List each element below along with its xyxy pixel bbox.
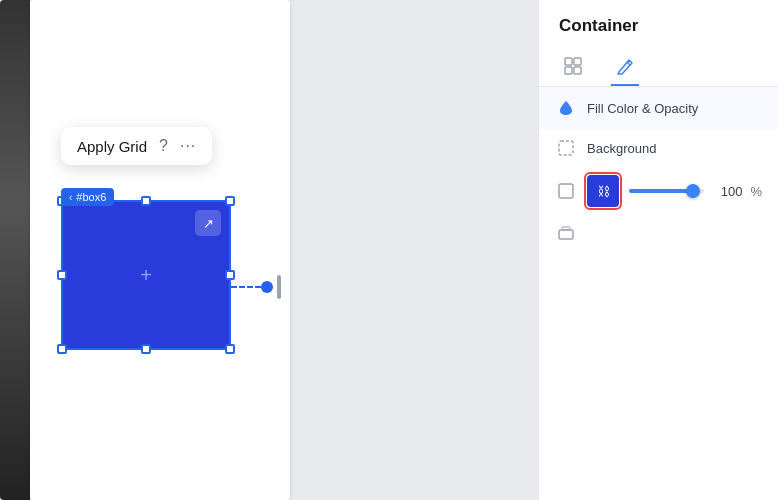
background-label: Background bbox=[587, 141, 656, 156]
connector-line bbox=[231, 275, 281, 299]
connector-dash bbox=[231, 286, 261, 288]
selected-container[interactable]: + ↗ bbox=[61, 200, 231, 350]
style-icon bbox=[615, 56, 635, 76]
fill-color-section[interactable]: Fill Color & Opacity bbox=[539, 87, 778, 129]
tab-layout[interactable] bbox=[559, 48, 587, 86]
background-icon bbox=[555, 137, 577, 159]
resize-handle-bottom-right[interactable] bbox=[225, 344, 235, 354]
svg-rect-0 bbox=[565, 58, 572, 65]
panel-title: Container bbox=[559, 16, 758, 36]
slider-thumb[interactable] bbox=[686, 184, 700, 198]
opacity-section-icon bbox=[555, 180, 577, 202]
fill-icon bbox=[555, 97, 577, 119]
color-swatch-selection-border bbox=[584, 172, 622, 210]
panel-content: Fill Color & Opacity Background bbox=[539, 87, 778, 500]
color-swatch-container[interactable]: ⛓ bbox=[587, 175, 619, 207]
resize-handle-middle-left[interactable] bbox=[57, 270, 67, 280]
resize-handle-middle-right[interactable] bbox=[225, 270, 235, 280]
tab-style[interactable] bbox=[611, 48, 639, 86]
opacity-value: 100 bbox=[712, 184, 742, 199]
breadcrumb-arrow: ‹ bbox=[69, 192, 72, 203]
connector-bar bbox=[277, 275, 281, 299]
resize-handle-bottom-left[interactable] bbox=[57, 344, 67, 354]
layers-icon bbox=[555, 223, 577, 245]
layout-icon bbox=[563, 56, 583, 76]
resize-handle-top-right[interactable] bbox=[225, 196, 235, 206]
expand-icon[interactable]: ↗ bbox=[195, 210, 221, 236]
more-options-icon[interactable]: ··· bbox=[180, 137, 196, 155]
panel-header: Container bbox=[539, 0, 778, 48]
left-edge-decoration bbox=[0, 0, 30, 500]
right-panel: Container bbox=[538, 0, 778, 500]
fill-section-label: Fill Color & Opacity bbox=[587, 101, 698, 116]
help-icon[interactable]: ? bbox=[159, 137, 168, 155]
svg-rect-7 bbox=[562, 227, 570, 230]
connector-endpoint bbox=[261, 281, 273, 293]
svg-rect-1 bbox=[574, 58, 581, 65]
apply-grid-label: Apply Grid bbox=[77, 138, 147, 155]
add-element-icon[interactable]: + bbox=[140, 264, 152, 287]
container-label-badge[interactable]: ‹ #box6 bbox=[61, 188, 114, 206]
svg-rect-2 bbox=[565, 67, 572, 74]
layers-row bbox=[539, 215, 778, 253]
svg-rect-3 bbox=[574, 67, 581, 74]
container-label-text: #box6 bbox=[76, 191, 106, 203]
opacity-percent: % bbox=[750, 184, 762, 199]
resize-handle-bottom-middle[interactable] bbox=[141, 344, 151, 354]
svg-rect-4 bbox=[559, 141, 573, 155]
apply-grid-tooltip: Apply Grid ? ··· bbox=[61, 127, 212, 165]
resize-handle-top-middle[interactable] bbox=[141, 196, 151, 206]
canvas-area: Apply Grid ? ··· ‹ #box6 + ↗ bbox=[0, 0, 538, 500]
panel-tabs bbox=[539, 48, 778, 87]
opacity-row: ⛓ 100 % bbox=[539, 167, 778, 215]
opacity-slider-container: 100 % bbox=[629, 184, 762, 199]
opacity-slider[interactable] bbox=[629, 189, 704, 193]
svg-rect-6 bbox=[559, 230, 573, 239]
background-row: Background bbox=[539, 129, 778, 167]
svg-rect-5 bbox=[559, 184, 573, 198]
